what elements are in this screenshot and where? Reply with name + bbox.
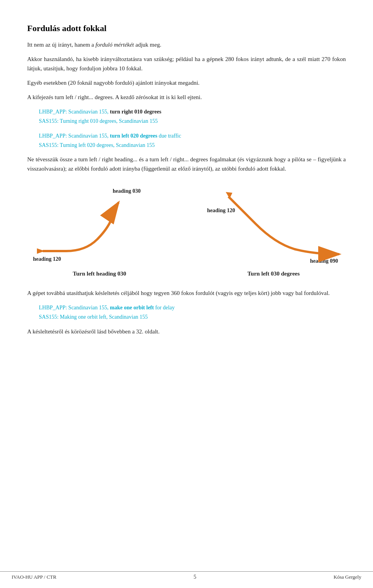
svg-text:heading 090: heading 090 [310,258,338,264]
lhbp1-line: LHBP_APP: Scandinavian 155, turn right 0… [39,107,346,117]
svg-marker-3 [37,248,45,254]
svg-text:heading 120: heading 120 [33,256,61,262]
paragraph-3: Egyéb esetekben (20 foknál nagyobb fordu… [27,79,346,87]
page-title: Fordulás adott fokkal [27,23,346,33]
lhbp-example-3: LHBP_APP: Scandinavian 155, make one orb… [39,303,346,322]
page: Fordulás adott fokkal Itt nem az új irán… [0,0,373,588]
sas3-line: SAS155: Making one orbit left, Scandinav… [39,312,346,322]
lhbp-example-1: LHBP_APP: Scandinavian 155, turn right 0… [39,107,346,126]
lhbp-example-2: LHBP_APP: Scandinavian 155, turn left 02… [39,131,346,150]
paragraph-4: A kifejezés turn left / right... degrees… [27,93,346,102]
diagram-area: heading 030 heading 120 Tur [27,185,346,277]
diagram-right-svg: heading 120 heading 090 [205,185,342,268]
paragraph-5: Ne tévesszük össze a turn left / right h… [27,155,346,173]
paragraph-6: A gépet továbbá utasíthatjuk késleltetés… [27,289,346,298]
diagram-right: heading 120 heading 090 Turn left 030 [205,185,342,277]
paragraph-7: A késleltetésről és körözésről lásd bőve… [27,327,346,336]
diagram-left-label: Turn left heading 030 [73,270,126,277]
svg-text:heading 030: heading 030 [113,188,141,194]
paragraph-2: Akkor használandó, ha kisebb irányváltoz… [27,55,346,73]
lhbp3-line: LHBP_APP: Scandinavian 155, make one orb… [39,303,346,312]
diagram-left: heading 030 heading 120 Tur [31,185,168,277]
footer: IVAO-HU APP / CTR 5 Kósa Gergely [0,571,373,580]
sas2-line: SAS155: Turning left 020 degrees, Scandi… [39,141,346,150]
svg-text:heading 120: heading 120 [207,208,235,213]
diagram-right-label: Turn left 030 degrees [248,270,300,277]
paragraph-1: Itt nem az új irányt, hanem a forduló mé… [27,40,346,49]
footer-center-page: 5 [193,574,196,580]
footer-left: IVAO-HU APP / CTR [12,574,56,580]
footer-right: Kósa Gergely [333,574,361,580]
sas1-line: SAS155: Turning right 010 degrees, Scand… [39,117,346,126]
lhbp2-line: LHBP_APP: Scandinavian 155, turn left 02… [39,131,346,141]
diagram-left-svg: heading 030 heading 120 [31,185,168,268]
